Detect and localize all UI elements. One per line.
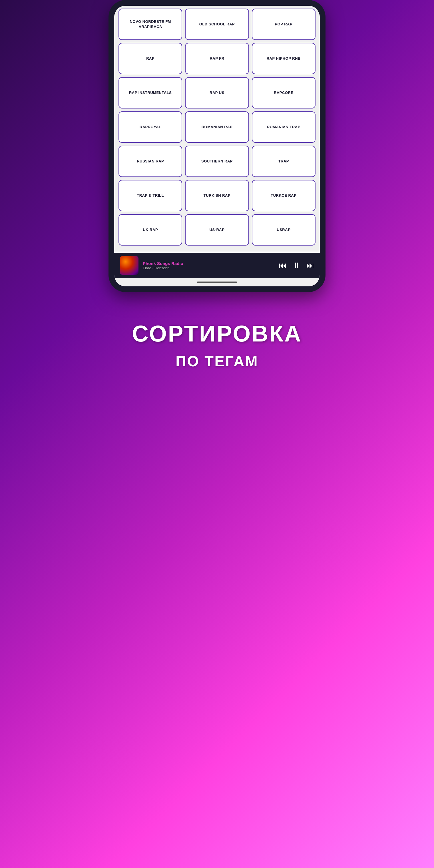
bottom-section: СОРТИРОВКА ПО ТЕГАМ <box>0 309 434 393</box>
player-subtitle: Flare - Hensonn <box>143 266 274 270</box>
cell-label: ROMANIAN TRAP <box>267 124 300 130</box>
cell-label: US-RAP <box>210 227 225 232</box>
list-item[interactable]: RAPCORE <box>252 77 315 108</box>
cell-label: TRAP & TRILL <box>137 193 164 198</box>
cell-label: RAP HIPHOP RNB <box>267 56 301 61</box>
list-item[interactable]: RAP FR <box>185 43 249 74</box>
list-item[interactable]: POP RAP <box>252 8 315 40</box>
list-item[interactable]: SOUTHERN RAP <box>185 146 249 177</box>
pause-button[interactable]: ⏸ <box>292 261 300 270</box>
list-item[interactable]: ROMANIAN RAP <box>185 111 249 143</box>
cell-label: RAP INSTRUMENTALS <box>129 90 172 95</box>
grid-row-6: TRAP & TRILL TURKISH RAP TÜRKÇE RAP <box>119 180 315 211</box>
cell-label: NOVO NORDESTE FM ARAPIRACA <box>122 19 179 29</box>
cell-label: ROMANIAN RAP <box>202 124 233 130</box>
list-item[interactable]: TÜRKÇE RAP <box>252 180 315 211</box>
sort-title: СОРТИРОВКА <box>0 321 434 347</box>
player-info: Phonk Songs Radio Flare - Hensonn <box>143 261 274 270</box>
grid-row-2: RAP RAP FR RAP HIPHOP RNB <box>119 43 315 74</box>
cell-label: RAP <box>146 56 154 61</box>
grid-container: NOVO NORDESTE FM ARAPIRACA OLD SCHOOL RA… <box>114 6 320 251</box>
list-item[interactable]: RAPROYAL <box>119 111 182 143</box>
grid-row-1: NOVO NORDESTE FM ARAPIRACA OLD SCHOOL RA… <box>119 8 315 40</box>
player-title: Phonk Songs Radio <box>143 261 274 266</box>
home-indicator-area <box>114 278 320 286</box>
list-item[interactable]: TURKISH RAP <box>185 180 249 211</box>
list-item[interactable]: TRAP & TRILL <box>119 180 182 211</box>
cell-label: TURKISH RAP <box>204 193 230 198</box>
player-art <box>120 256 138 275</box>
cell-label: POP RAP <box>275 22 292 27</box>
cell-label: RAPCORE <box>274 90 293 95</box>
list-item[interactable]: UK RAP <box>119 214 182 246</box>
grid-row-5: RUSSIAN RAP SOUTHERN RAP TRAP <box>119 146 315 177</box>
list-item[interactable]: OLD SCHOOL RAP <box>185 8 249 40</box>
player-bar: Phonk Songs Radio Flare - Hensonn ⏮ ⏸ ⏭ <box>114 253 320 278</box>
cell-label: SOUTHERN RAP <box>201 159 233 164</box>
grid-row-3: RAP INSTRUMENTALS RAP US RAPCORE <box>119 77 315 108</box>
grid-row-7: UK RAP US-RAP USRAP <box>119 214 315 246</box>
player-controls: ⏮ ⏸ ⏭ <box>279 261 314 270</box>
cell-label: RAPROYAL <box>140 124 161 130</box>
list-item[interactable]: TRAP <box>252 146 315 177</box>
cell-label: TÜRKÇE RAP <box>271 193 297 198</box>
list-item[interactable]: NOVO NORDESTE FM ARAPIRACA <box>119 8 182 40</box>
list-item[interactable]: RUSSIAN RAP <box>119 146 182 177</box>
cell-label: USRAP <box>277 227 290 232</box>
list-item[interactable]: US-RAP <box>185 214 249 246</box>
list-item[interactable]: ROMANIAN TRAP <box>252 111 315 143</box>
cell-label: OLD SCHOOL RAP <box>199 22 235 27</box>
cell-label: RAP US <box>210 90 224 95</box>
cell-label: RAP FR <box>210 56 224 61</box>
cell-label: TRAP <box>278 159 289 164</box>
phone-container: NOVO NORDESTE FM ARAPIRACA OLD SCHOOL RA… <box>108 0 326 292</box>
list-item[interactable]: RAP HIPHOP RNB <box>252 43 315 74</box>
list-item[interactable]: RAP US <box>185 77 249 108</box>
home-bar <box>197 282 237 283</box>
cell-label: RUSSIAN RAP <box>137 159 164 164</box>
cell-label: UK RAP <box>143 227 158 232</box>
next-button[interactable]: ⏭ <box>306 261 314 270</box>
phone-screen: NOVO NORDESTE FM ARAPIRACA OLD SCHOOL RA… <box>114 6 320 286</box>
sort-subtitle: ПО ТЕГАМ <box>0 352 434 370</box>
grid-row-4: RAPROYAL ROMANIAN RAP ROMANIAN TRAP <box>119 111 315 143</box>
player-thumbnail <box>120 256 138 275</box>
list-item[interactable]: USRAP <box>252 214 315 246</box>
previous-button[interactable]: ⏮ <box>279 261 287 270</box>
list-item[interactable]: RAP INSTRUMENTALS <box>119 77 182 108</box>
list-item[interactable]: RAP <box>119 43 182 74</box>
